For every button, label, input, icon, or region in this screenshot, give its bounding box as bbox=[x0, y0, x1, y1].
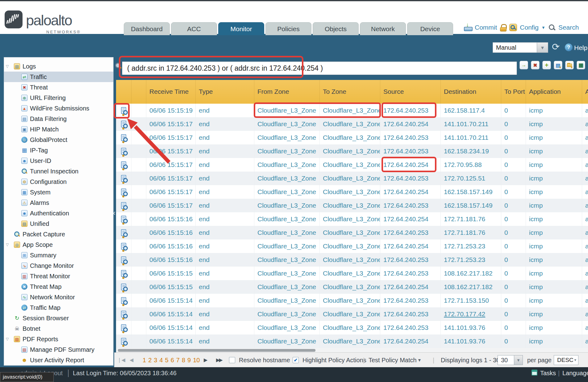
table-row[interactable]: 06/06 15:15:14 end Cloudflare_L3_Zone Cl… bbox=[116, 307, 588, 321]
page-number-2[interactable]: 2 bbox=[148, 353, 152, 367]
page-number-10[interactable]: 10 bbox=[193, 353, 200, 367]
sidebar-item-traffic-map[interactable]: ▽ ⇄ Traffic Map bbox=[4, 302, 113, 313]
log-detail-magnifier-icon[interactable] bbox=[121, 229, 126, 236]
table-row[interactable]: 06/06 15:15:17 end Cloudflare_L3_Zone Cl… bbox=[116, 144, 588, 158]
sidebar-item-threat-map[interactable]: ▽ ✖ Threat Map bbox=[4, 281, 113, 292]
table-row[interactable]: 06/06 15:15:17 end Cloudflare_L3_Zone Cl… bbox=[116, 117, 588, 131]
sidebar-item-system[interactable]: ▽ ▦ System bbox=[4, 187, 113, 197]
table-row[interactable]: 06/06 15:15:16 end Cloudflare_L3_Zone Cl… bbox=[116, 253, 588, 267]
page-number-1[interactable]: 1 bbox=[143, 353, 146, 367]
sort-order-select[interactable]: DESC bbox=[554, 355, 578, 365]
load-filter-icon[interactable]: ▼ bbox=[565, 61, 574, 69]
table-row[interactable]: 06/06 15:15:17 end Cloudflare_L3_Zone Cl… bbox=[116, 158, 588, 172]
sidebar-item-ip-tag[interactable]: ▽ ▦ IP-Tag bbox=[4, 145, 113, 156]
log-filter-input[interactable] bbox=[122, 61, 517, 75]
column-header-from-zone[interactable]: From Zone bbox=[254, 80, 320, 104]
sidebar-item-change-monitor[interactable]: ▽ ⇘ Change Monitor bbox=[4, 260, 113, 271]
table-row[interactable]: 06/06 15:15:16 end Cloudflare_L3_Zone Cl… bbox=[116, 239, 588, 253]
sidebar-item-alarms[interactable]: ▽ ⚠ Alarms bbox=[4, 197, 113, 208]
table-row[interactable]: 06/06 15:15:16 end Cloudflare_L3_Zone Cl… bbox=[116, 212, 588, 226]
log-detail-magnifier-icon[interactable] bbox=[121, 148, 126, 155]
tab-acc[interactable]: ACC bbox=[171, 22, 217, 35]
sidebar-item-configuration[interactable]: ▽ ⚙ Configuration bbox=[4, 176, 113, 187]
page-number-8[interactable]: 8 bbox=[182, 353, 185, 367]
table-row[interactable]: 06/06 15:15:17 end Cloudflare_L3_Zone Cl… bbox=[116, 199, 588, 212]
page-number-7[interactable]: 7 bbox=[176, 353, 180, 367]
column-header-action-clipped[interactable]: Ac bbox=[582, 80, 588, 104]
test-policy-match-button[interactable]: Test Policy Match bbox=[369, 353, 417, 367]
table-row[interactable]: 06/06 15:15:14 end Cloudflare_L3_Zone Cl… bbox=[116, 334, 588, 348]
sidebar-item-network-monitor[interactable]: ▽ ∿ Network Monitor bbox=[4, 292, 113, 302]
sidebar-item-unified[interactable]: ▽ ▤ Unified bbox=[4, 218, 113, 229]
sidebar-item-pdf-reports[interactable]: ▽ ▤ PDF Reports bbox=[4, 334, 113, 344]
refresh-mode-caret-icon[interactable]: ▼ bbox=[537, 42, 548, 53]
sidebar-item-tunnel-inspection[interactable]: ▽ Tunnel Inspection bbox=[4, 166, 113, 176]
log-detail-magnifier-icon[interactable] bbox=[121, 324, 126, 331]
sidebar-item-session-browser[interactable]: ▽ ↻ Session Browser bbox=[4, 313, 113, 323]
column-header-receive-time[interactable]: Receive Time bbox=[146, 80, 196, 104]
export-csv-icon[interactable]: ▦ bbox=[577, 61, 585, 69]
table-row[interactable]: 06/06 15:15:14 end Cloudflare_L3_Zone Cl… bbox=[116, 321, 588, 334]
sidebar-item-user-activity-report[interactable]: ▽ ☻ User Activity Report bbox=[4, 355, 113, 365]
horizontal-scrollbar[interactable] bbox=[116, 348, 588, 352]
add-filter-icon[interactable]: + bbox=[542, 61, 551, 69]
table-row[interactable]: 06/06 15:15:14 end Cloudflare_L3_Zone Cl… bbox=[116, 294, 588, 307]
log-detail-magnifier-icon[interactable] bbox=[121, 189, 126, 195]
log-detail-magnifier-icon[interactable] bbox=[121, 134, 126, 141]
search-button[interactable]: Search bbox=[558, 24, 579, 31]
sidebar-item-traffic[interactable]: ▽ ⇄ Traffic bbox=[4, 72, 113, 82]
log-detail-magnifier-icon[interactable] bbox=[121, 175, 126, 182]
config-button[interactable]: Config bbox=[520, 24, 539, 31]
log-detail-magnifier-icon[interactable] bbox=[121, 202, 126, 209]
prev-page-button[interactable]: ◀ bbox=[130, 353, 133, 367]
refresh-mode-select[interactable]: Manual bbox=[493, 42, 537, 53]
sidebar-item-wildfire-submissions[interactable]: ▽ ▲ WildFire Submissions bbox=[4, 103, 113, 114]
tab-device[interactable]: Device bbox=[407, 22, 453, 35]
log-detail-magnifier-icon[interactable] bbox=[121, 161, 126, 168]
sidebar-item-authentication[interactable]: ▽ ☻ Authentication bbox=[4, 208, 113, 218]
log-detail-magnifier-icon[interactable] bbox=[121, 284, 126, 290]
clear-filter-icon[interactable]: ✖ bbox=[531, 61, 540, 69]
column-header-application[interactable]: Application bbox=[526, 80, 582, 104]
sidebar-item-saas-application-usage[interactable]: ▽ ☁ SaaS Application Usage bbox=[4, 365, 113, 366]
column-header-type[interactable]: Type bbox=[196, 80, 254, 104]
table-row[interactable]: 06/06 15:15:15 end Cloudflare_L3_Zone Cl… bbox=[116, 267, 588, 280]
tree-caret-icon[interactable]: ▽ bbox=[6, 243, 11, 247]
sidebar-item-app-scope[interactable]: ▽ ◎ App Scope bbox=[4, 239, 113, 250]
sidebar-item-url-filtering[interactable]: ▽ ⊕ URL Filtering bbox=[4, 93, 113, 103]
page-number-4[interactable]: 4 bbox=[159, 353, 163, 367]
highlight-policy-checkbox[interactable]: ✔ bbox=[293, 357, 299, 363]
log-detail-magnifier-icon[interactable] bbox=[121, 270, 126, 277]
sidebar-item-hip-match[interactable]: ▽ ▣ HIP Match bbox=[4, 124, 113, 135]
refresh-icon[interactable]: ⟳ bbox=[552, 41, 560, 52]
log-detail-magnifier-icon[interactable] bbox=[121, 121, 126, 127]
column-header-to-port[interactable]: To Port bbox=[501, 80, 526, 104]
table-row[interactable]: 06/06 15:15:16 end Cloudflare_L3_Zone Cl… bbox=[116, 226, 588, 239]
log-detail-magnifier-icon[interactable] bbox=[121, 338, 126, 345]
per-page-select[interactable]: 30 bbox=[498, 355, 514, 365]
page-number-5[interactable]: 5 bbox=[165, 353, 169, 367]
page-number-9[interactable]: 9 bbox=[187, 353, 191, 367]
config-caret-icon[interactable]: ▼ bbox=[541, 25, 545, 30]
lock-icon[interactable] bbox=[500, 24, 507, 31]
tab-objects[interactable]: Objects bbox=[313, 22, 359, 35]
log-detail-magnifier-icon[interactable] bbox=[121, 311, 126, 318]
tab-network[interactable]: Network bbox=[360, 22, 406, 35]
first-page-button[interactable]: ❘◀ bbox=[117, 353, 125, 367]
resolve-hostname-checkbox[interactable] bbox=[229, 357, 235, 363]
log-detail-magnifier-icon[interactable] bbox=[121, 256, 126, 263]
tree-caret-icon[interactable]: ▽ bbox=[6, 337, 11, 341]
table-row[interactable]: 06/06 15:15:17 end Cloudflare_L3_Zone Cl… bbox=[116, 131, 588, 144]
language-button[interactable]: Language bbox=[562, 370, 588, 377]
column-header-source[interactable]: Source bbox=[380, 80, 441, 104]
sidebar-item-globalprotect[interactable]: ▽ ☺ GlobalProtect bbox=[4, 135, 113, 145]
tasks-icon[interactable] bbox=[532, 370, 537, 376]
tab-monitor[interactable]: Monitor bbox=[218, 22, 264, 35]
tree-caret-icon[interactable]: ▽ bbox=[6, 64, 11, 69]
sidebar-item-threat[interactable]: ▽ ✖ Threat bbox=[4, 82, 113, 93]
page-number-3[interactable]: 3 bbox=[154, 353, 157, 367]
table-row[interactable]: 06/06 15:15:17 end Cloudflare_L3_Zone Cl… bbox=[116, 185, 588, 199]
cell-destination-link[interactable]: 172.70.177.42 bbox=[441, 307, 501, 321]
horizontal-scrollbar-thumb[interactable] bbox=[118, 349, 315, 352]
sidebar-item-threat-monitor[interactable]: ▽ ▥ Threat Monitor bbox=[4, 271, 113, 281]
